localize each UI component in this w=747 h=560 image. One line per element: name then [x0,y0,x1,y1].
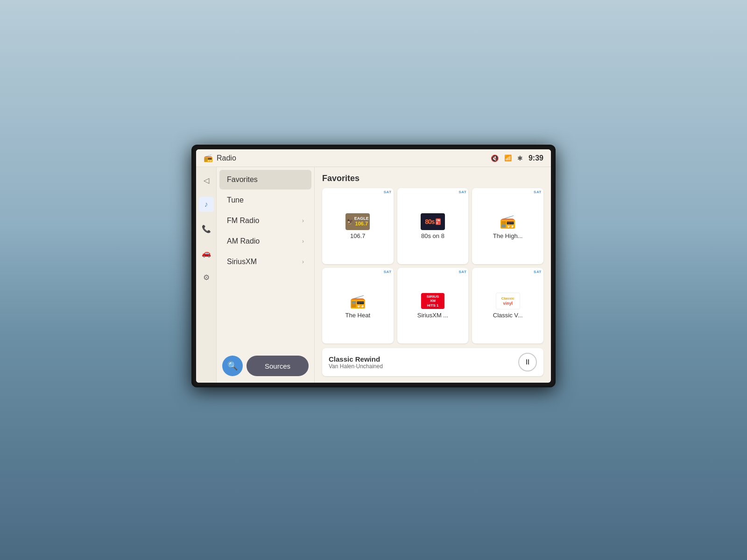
tile-label-eagle: 106.7 [350,232,366,239]
main-content: ◁ ♪ 📞 🚗 ⚙ Favorites Tune [196,167,551,383]
chevron-right-icon: › [302,238,304,245]
bluetooth-icon: ✱ [517,154,523,162]
the-heat-logo: 📻 [345,292,370,310]
tile-badge-siriushits: SAT [458,270,466,274]
tile-label-80s: 80s on 8 [421,232,444,239]
sidebar-icons: ◁ ♪ 📞 🚗 ⚙ [196,167,217,383]
classicvinyl-logo: Classic vinyl [495,292,521,310]
main-screen: 📻 Radio 🔇 📶 ✱ 9:39 ◁ ♪ 📞 🚗 ⚙ [196,149,551,383]
nav-item-siriusxm[interactable]: SiriusXM › [219,252,311,272]
now-playing-info: Classic Rewind Van Halen·Unchained [329,355,383,370]
nav-label-am-radio: AM Radio [227,237,260,245]
sidebar-item-car[interactable]: 🚗 [199,245,214,260]
tile-label-classic-vinyl: Classic V... [493,312,523,319]
pause-icon: ⏸ [524,358,531,366]
generic-radio-icon: 📻 [500,214,516,229]
siriushits-logo: SIRIUSXMHITS 1 [420,292,445,310]
favorite-tile-the-high[interactable]: SAT 📻 The High... [472,188,543,264]
nav-label-tune: Tune [227,196,244,204]
header-right: 🔇 📶 ✱ 9:39 [491,154,543,162]
nav-item-favorites[interactable]: Favorites [219,170,311,189]
chevron-right-icon: › [302,259,304,265]
tile-label-siriushits: SiriusXM ... [417,312,448,319]
nav-with-buttons: Favorites Tune FM Radio › AM Radio › [217,169,314,381]
favorite-tile-80s[interactable]: SAT 80s ON8 80s on 8 [397,188,469,264]
eagle-logo: 🦅 EAGLE106.7 [345,213,370,231]
nav-item-am-radio[interactable]: AM Radio › [219,231,311,251]
generic-radio-icon-heat: 📻 [350,294,366,309]
tile-label-the-high: The High... [493,232,523,239]
nav-menu: Favorites Tune FM Radio › AM Radio › [217,167,315,383]
nav-item-tune[interactable]: Tune [219,190,311,210]
tile-badge-the-high: SAT [534,190,542,194]
screen-bezel: 📻 Radio 🔇 📶 ✱ 9:39 ◁ ♪ 📞 🚗 ⚙ [191,145,556,387]
radio-icon: 📻 [204,154,213,162]
favorite-tile-the-heat[interactable]: SAT 📻 The Heat [322,268,394,344]
chevron-right-icon: › [302,217,304,224]
header-title: Radio [217,154,236,162]
now-playing-bar: Classic Rewind Van Halen·Unchained ⏸ [322,348,543,376]
now-playing-station: Classic Rewind [329,355,383,363]
sidebar-item-music[interactable]: ♪ [199,197,214,212]
sidebar-item-settings[interactable]: ⚙ [199,270,214,285]
favorites-title: Favorites [322,174,543,183]
header-left: 📻 Radio [204,154,236,162]
favorite-tile-siriushits[interactable]: SAT SIRIUSXMHITS 1 SiriusXM ... [397,268,469,344]
sidebar-item-navigation[interactable]: ◁ [199,173,214,188]
tile-badge-80s: SAT [458,190,466,194]
nav-label-siriusxm: SiriusXM [227,258,257,266]
favorites-grid: SAT 🦅 EAGLE106.7 106.7 SAT [322,188,543,343]
sources-button[interactable]: Sources [247,356,309,376]
sources-label: Sources [265,362,290,370]
nav-label-fm-radio: FM Radio [227,217,259,225]
clock: 9:39 [529,154,543,162]
nav-label-favorites: Favorites [227,175,258,184]
sidebar-item-phone[interactable]: 📞 [199,221,214,236]
tile-label-the-heat: The Heat [345,312,370,319]
pause-button[interactable]: ⏸ [518,353,537,371]
favorite-tile-eagle[interactable]: SAT 🦅 EAGLE106.7 106.7 [322,188,394,264]
nav-item-fm-radio[interactable]: FM Radio › [219,211,311,231]
tile-badge-classic-vinyl: SAT [534,270,542,274]
the-high-logo: 📻 [495,213,521,231]
search-button[interactable]: 🔍 [222,356,243,376]
content-area: Favorites SAT 🦅 EAGLE106.7 106.7 [315,167,551,383]
eighties-logo: 80s ON8 [420,213,445,231]
tile-badge-eagle: SAT [384,190,392,194]
bottom-buttons: 🔍 Sources [217,351,314,381]
tile-badge-the-heat: SAT [384,270,392,274]
favorite-tile-classic-vinyl[interactable]: SAT Classic vinyl Classic V... [472,268,543,344]
mute-icon: 🔇 [491,154,499,162]
header-bar: 📻 Radio 🔇 📶 ✱ 9:39 [196,149,551,167]
now-playing-track: Van Halen·Unchained [329,363,383,370]
signal-icon: 📶 [504,154,512,161]
